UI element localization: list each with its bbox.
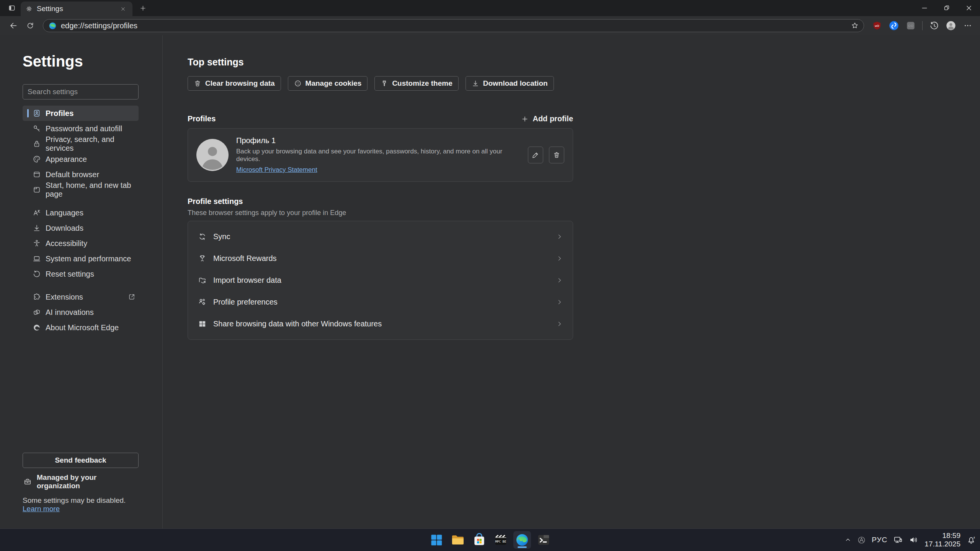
sidebar-item-appearance[interactable]: Appearance xyxy=(23,152,139,167)
mpc-be-label: MPC BE xyxy=(495,540,506,543)
volume-button[interactable] xyxy=(909,535,919,545)
extensions-cluster: uO xyxy=(872,20,973,31)
trash-icon xyxy=(194,80,201,87)
language-indicator[interactable]: РУС xyxy=(872,536,887,544)
close-icon xyxy=(120,6,126,12)
privacy-statement-link[interactable]: Microsoft Privacy Statement xyxy=(236,166,317,173)
sidebar-item-reset-settings[interactable]: Reset settings xyxy=(23,266,139,282)
sync-icon xyxy=(198,232,207,241)
customize-theme-button[interactable]: Customize theme xyxy=(374,76,458,91)
send-feedback-label: Send feedback xyxy=(55,456,106,465)
profile-settings-card: Sync Microsoft Rewards Import browser da… xyxy=(188,221,573,340)
show-hidden-icons-button[interactable] xyxy=(844,536,851,543)
search-settings-input[interactable] xyxy=(23,84,139,99)
lock-icon xyxy=(33,140,41,148)
close-window-button[interactable] xyxy=(958,0,980,16)
row-sync[interactable]: Sync xyxy=(188,226,573,248)
minimize-button[interactable] xyxy=(913,0,936,16)
sidebar-item-system-performance[interactable]: System and performance xyxy=(23,251,139,266)
sidebar-item-profiles[interactable]: Profiles xyxy=(23,106,139,121)
profile-settings-header: Profile settings xyxy=(188,197,573,206)
shazam-extension-button[interactable] xyxy=(889,20,899,31)
sidebar-item-about-edge[interactable]: About Microsoft Edge xyxy=(23,320,139,335)
sidebar-item-languages[interactable]: Languages xyxy=(23,205,139,220)
chevron-right-icon xyxy=(556,277,563,284)
sidebar-item-downloads[interactable]: Downloads xyxy=(23,220,139,236)
svg-text:z: z xyxy=(973,536,975,539)
tray-app-button[interactable] xyxy=(857,536,866,544)
profile-avatar-button[interactable] xyxy=(946,20,956,31)
paintbrush-icon xyxy=(381,80,388,87)
add-profile-button[interactable]: Add profile xyxy=(521,114,573,123)
microsoft-store-button[interactable] xyxy=(470,531,488,549)
add-profile-label: Add profile xyxy=(532,114,573,123)
settings-and-more-button[interactable] xyxy=(962,20,973,31)
trash-icon xyxy=(553,151,560,159)
row-label: Share browsing data with other Windows f… xyxy=(213,320,382,328)
sidebar-item-passwords[interactable]: Passwords and autofill xyxy=(23,121,139,136)
manage-cookies-button[interactable]: Manage cookies xyxy=(288,76,368,91)
tab-actions-menu-button[interactable] xyxy=(5,2,18,15)
clock[interactable]: 18:59 17.11.2025 xyxy=(924,531,960,548)
taskbar-icons: MPC BE xyxy=(428,529,552,551)
delete-profile-button[interactable] xyxy=(549,147,564,163)
mpc-be-button[interactable]: MPC BE xyxy=(492,531,510,549)
sidebar-item-privacy[interactable]: Privacy, search, and services xyxy=(23,136,139,152)
button-label: Customize theme xyxy=(392,79,452,88)
profile-info: Профиль 1 Back up your browsing data and… xyxy=(236,136,528,174)
row-profile-preferences[interactable]: Profile preferences xyxy=(188,291,573,313)
ublock-origin-extension-button[interactable]: uO xyxy=(872,20,882,31)
external-link-icon xyxy=(128,293,136,301)
avatar-icon xyxy=(946,20,956,31)
sidebar-item-default-browser[interactable]: Default browser xyxy=(23,167,139,182)
file-explorer-icon xyxy=(451,533,465,547)
pencil-icon xyxy=(532,151,539,159)
chevron-right-icon xyxy=(556,233,563,240)
clear-browsing-data-button[interactable]: Clear browsing data xyxy=(188,76,281,91)
tampermonkey-extension-button[interactable] xyxy=(905,20,916,31)
mpc-be-icon: MPC BE xyxy=(493,533,508,547)
favorite-button[interactable] xyxy=(849,20,861,31)
rewards-icon xyxy=(198,254,207,263)
sidebar-item-accessibility[interactable]: Accessibility xyxy=(23,236,139,251)
profile-card: Профиль 1 Back up your browsing data and… xyxy=(188,128,573,182)
tab-close-button[interactable] xyxy=(118,4,128,14)
button-label: Clear browsing data xyxy=(205,79,275,88)
sidebar-item-label: About Microsoft Edge xyxy=(46,323,119,332)
plus-icon xyxy=(521,115,529,123)
row-microsoft-rewards[interactable]: Microsoft Rewards xyxy=(188,248,573,269)
send-feedback-button[interactable]: Send feedback xyxy=(23,453,139,468)
avatar-icon xyxy=(196,139,229,171)
notifications-button[interactable]: z xyxy=(966,535,976,545)
edge-taskbar-button[interactable] xyxy=(513,531,531,549)
edit-profile-button[interactable] xyxy=(528,147,543,163)
file-explorer-button[interactable] xyxy=(449,531,467,549)
palette-icon xyxy=(33,155,41,163)
sidebar-item-ai-innovations[interactable]: AI innovations xyxy=(23,305,139,320)
accessibility-icon xyxy=(33,239,41,248)
row-share-browsing-data[interactable]: Share browsing data with other Windows f… xyxy=(188,313,573,335)
sidebar-item-start-home-newtab[interactable]: Start, home, and new tab page xyxy=(23,182,139,197)
settings-content: Top settings Clear browsing data Manage … xyxy=(163,35,573,528)
learn-more-link[interactable]: Learn more xyxy=(23,505,60,513)
sidebar-nav: Profiles Passwords and autofill Privacy,… xyxy=(23,106,139,335)
history-button[interactable] xyxy=(929,20,939,31)
restore-button[interactable] xyxy=(936,0,958,16)
toolbar-divider xyxy=(922,21,923,30)
start-button[interactable] xyxy=(428,531,445,549)
new-tab-button[interactable] xyxy=(136,2,149,15)
terminal-button[interactable] xyxy=(535,531,552,549)
address-bar[interactable]: edge://settings/profiles xyxy=(43,19,864,32)
back-button[interactable] xyxy=(7,19,20,32)
sidebar-item-label: Start, home, and new tab page xyxy=(46,181,136,199)
refresh-button[interactable] xyxy=(24,19,37,32)
shazam-icon xyxy=(889,20,899,31)
time: 18:59 xyxy=(924,531,960,540)
row-import-browser-data[interactable]: Import browser data xyxy=(188,269,573,291)
browser-tab-settings[interactable]: Settings xyxy=(21,2,132,16)
row-label: Profile preferences xyxy=(213,298,278,306)
sidebar-item-extensions[interactable]: Extensions xyxy=(23,289,139,305)
speaker-icon xyxy=(909,535,919,545)
network-button[interactable] xyxy=(893,535,903,545)
download-location-button[interactable]: Download location xyxy=(466,76,554,91)
